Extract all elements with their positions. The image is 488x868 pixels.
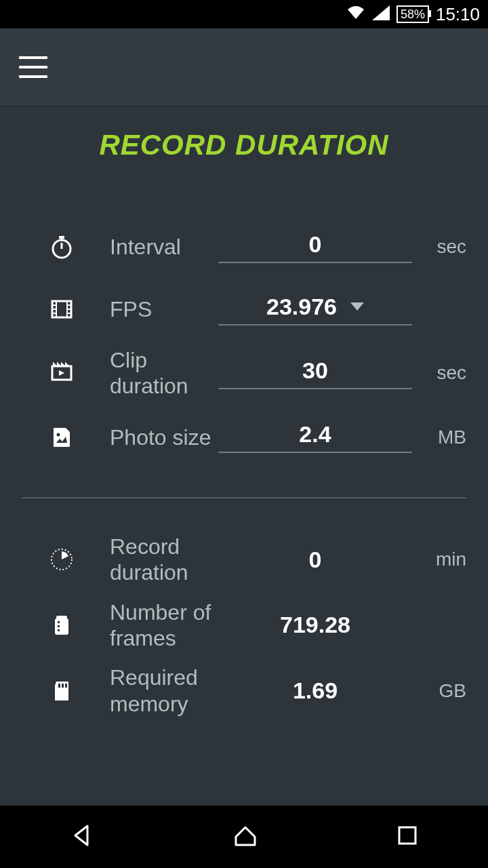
row-fps: FPS 23.976: [0, 278, 488, 340]
svg-rect-18: [58, 621, 60, 623]
page-title: RECORD DURATION: [0, 129, 488, 161]
wifi-icon: [346, 4, 365, 25]
photo-size-label: Photo size: [76, 425, 211, 450]
sd-card-icon: [47, 677, 76, 705]
row-frames: Number of frames 719.28: [0, 593, 488, 658]
row-memory: Required memory 1.69 GB: [0, 658, 488, 724]
stopwatch-icon: [47, 233, 76, 261]
divider: [22, 497, 466, 498]
clip-icon: [47, 359, 76, 387]
row-clip-duration: Clip duration 30 sec: [0, 340, 488, 406]
clip-duration-input[interactable]: 30: [218, 357, 412, 389]
svg-rect-22: [62, 684, 64, 688]
image-icon: [47, 423, 76, 452]
signal-icon: [372, 4, 390, 25]
record-duration-value: 0: [211, 547, 419, 573]
back-button[interactable]: [67, 821, 97, 853]
memory-unit: GB: [419, 680, 466, 702]
photo-size-unit: MB: [419, 427, 466, 448]
svg-rect-21: [58, 684, 60, 688]
fps-value: 23.976: [266, 294, 337, 320]
svg-rect-23: [65, 684, 67, 688]
frames-value: 719.28: [211, 612, 419, 638]
memory-value: 1.69: [211, 677, 419, 704]
svg-rect-2: [59, 236, 64, 239]
row-record-duration: Record duration 0 min: [0, 527, 488, 593]
photo-size-input[interactable]: 2.4: [218, 421, 412, 453]
menu-button[interactable]: [19, 56, 47, 78]
film-roll-icon: [47, 611, 76, 639]
nav-bar: [0, 806, 488, 868]
record-duration-label: Record duration: [76, 534, 211, 586]
chevron-down-icon: [350, 302, 364, 311]
interval-label: Interval: [76, 234, 211, 260]
svg-rect-20: [58, 629, 60, 631]
record-duration-unit: min: [419, 549, 466, 570]
battery-indicator: 58%: [396, 5, 429, 23]
clip-duration-label: Clip duration: [76, 347, 211, 399]
frames-label: Number of frames: [76, 599, 211, 652]
clock-icon: [47, 545, 76, 574]
svg-rect-17: [56, 616, 67, 620]
clock: 15:10: [436, 4, 480, 25]
svg-rect-19: [58, 625, 60, 627]
memory-label: Required memory: [76, 665, 211, 717]
content: RECORD DURATION Interval 0 sec FPS 23.97…: [0, 107, 488, 724]
fps-label: FPS: [76, 296, 211, 322]
fps-select[interactable]: 23.976: [218, 294, 412, 326]
recent-button[interactable]: [394, 822, 421, 852]
home-button[interactable]: [230, 821, 260, 853]
interval-input[interactable]: 0: [218, 231, 412, 263]
svg-rect-24: [399, 827, 415, 844]
film-icon: [47, 295, 76, 323]
clip-duration-unit: sec: [419, 362, 466, 384]
app-bar: [0, 28, 488, 107]
svg-rect-16: [55, 618, 68, 635]
row-photo-size: Photo size 2.4 MB: [0, 406, 488, 469]
interval-unit: sec: [419, 236, 466, 258]
svg-point-14: [57, 433, 60, 436]
row-interval: Interval 0 sec: [0, 216, 488, 278]
status-bar: 58% 15:10: [0, 0, 488, 28]
